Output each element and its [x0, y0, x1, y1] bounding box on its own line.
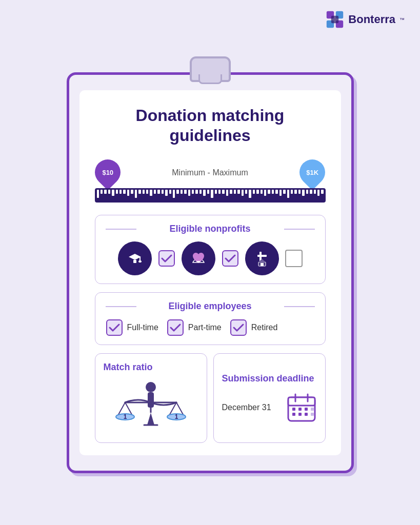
- svg-rect-34: [288, 397, 315, 406]
- logo-text: Bonterra: [348, 13, 395, 26]
- community-check-icon: [222, 250, 239, 267]
- max-pin-circle: $1K: [294, 154, 331, 191]
- bottom-row: Match ratio: [95, 353, 326, 443]
- min-pin-circle: $10: [89, 154, 126, 191]
- employees-section: Eligible employees Full-time Par: [95, 292, 326, 345]
- ruler: [95, 188, 326, 203]
- retired-check-icon: [230, 319, 247, 336]
- svg-rect-45: [311, 413, 314, 416]
- fulltime-item: Full-time: [106, 319, 158, 336]
- match-ratio-box: Match ratio: [95, 353, 207, 443]
- parttime-check-icon: [167, 319, 184, 336]
- svg-rect-4: [331, 16, 338, 23]
- logo-area: Bonterra™: [326, 10, 405, 29]
- svg-point-8: [138, 260, 142, 262]
- fulltime-check-icon: [106, 319, 123, 336]
- nonprofits-title: Eligible nonprofits: [106, 224, 315, 234]
- community-icon-circle: [182, 241, 215, 275]
- svg-point-19: [146, 382, 156, 392]
- svg-rect-6: [133, 260, 136, 263]
- fulltime-label: Full-time: [127, 323, 158, 332]
- ruler-ticks: [95, 190, 326, 203]
- parttime-label: Part-time: [188, 323, 222, 332]
- svg-marker-31: [147, 413, 154, 425]
- retired-item: Retired: [230, 319, 278, 336]
- bonterra-logo-icon: [326, 10, 344, 29]
- svg-rect-15: [261, 263, 264, 266]
- religious-icon: [252, 249, 272, 268]
- nonprofits-section: Eligible nonprofits: [95, 215, 326, 284]
- svg-rect-7: [139, 257, 141, 261]
- religious-empty-box: [285, 250, 303, 267]
- max-value: $1K: [307, 168, 319, 176]
- clipboard-clip: [190, 56, 231, 82]
- range-section: $10 Minimum - Maximum $1K: [95, 159, 326, 203]
- scale-area: 1 1: [104, 378, 198, 434]
- education-icon: [125, 249, 145, 268]
- svg-rect-41: [292, 413, 295, 416]
- range-labels: $10 Minimum - Maximum $1K: [95, 159, 326, 186]
- submission-deadline-box: Submission deadline December 31: [213, 353, 326, 443]
- max-pin: $1K: [299, 159, 325, 186]
- svg-rect-42: [298, 413, 302, 416]
- balance-scale-icon: 1 1: [107, 378, 194, 434]
- community-icon: [189, 249, 208, 268]
- nonprofits-row: [106, 241, 315, 275]
- religious-icon-circle: [245, 241, 279, 275]
- page-title: Donation matching guidelines: [95, 106, 326, 145]
- svg-text:1: 1: [175, 413, 178, 420]
- svg-text:1: 1: [124, 413, 127, 420]
- retired-label: Retired: [251, 323, 278, 332]
- svg-rect-38: [292, 408, 295, 411]
- education-check-icon: [158, 250, 175, 267]
- submission-date: December 31: [222, 403, 271, 412]
- calendar-icon: [286, 392, 317, 423]
- logo-tm: ™: [399, 17, 405, 23]
- svg-rect-44: [311, 408, 314, 411]
- svg-rect-39: [298, 408, 302, 411]
- employees-row: Full-time Part-time Retired: [106, 319, 315, 336]
- education-icon-circle: [118, 241, 152, 275]
- parttime-item: Part-time: [167, 319, 222, 336]
- svg-rect-12: [257, 255, 267, 257]
- paper: Donation matching guidelines $10 Minimum…: [79, 90, 341, 455]
- match-ratio-title: Match ratio: [104, 362, 198, 373]
- min-value: $10: [102, 168, 113, 176]
- submission-content: December 31: [222, 392, 317, 423]
- clipboard: Donation matching guidelines $10 Minimum…: [67, 72, 354, 473]
- submission-title: Submission deadline: [222, 373, 314, 385]
- min-pin: $10: [95, 159, 121, 186]
- range-mid-label: Minimum - Maximum: [172, 168, 248, 177]
- employees-title: Eligible employees: [106, 301, 315, 312]
- svg-rect-40: [305, 408, 308, 411]
- svg-rect-43: [305, 413, 308, 416]
